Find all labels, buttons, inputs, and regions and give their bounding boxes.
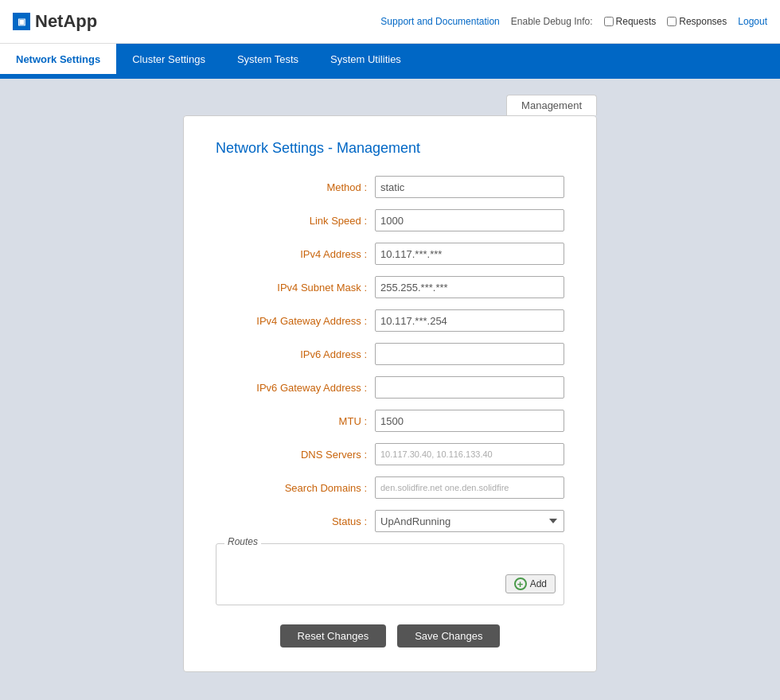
responses-label: Responses [679, 16, 727, 27]
requests-label: Requests [616, 16, 657, 27]
button-row: Reset Changes Save Changes [216, 624, 564, 648]
input-ipv6-gateway[interactable] [375, 376, 564, 399]
tab-system-utilities[interactable]: System Utilities [314, 44, 417, 74]
settings-card: Network Settings - Management Method : L… [183, 115, 597, 672]
field-row-search-domains: Search Domains : [216, 476, 564, 499]
debug-label: Enable Debug Info: [511, 16, 593, 27]
label-mtu: MTU : [216, 415, 375, 427]
input-method[interactable] [375, 176, 564, 198]
responses-checkbox[interactable] [667, 17, 677, 26]
requests-checkbox-label[interactable]: Requests [604, 16, 657, 27]
field-row-ipv4-gateway: IPv4 Gateway Address : [216, 309, 564, 332]
input-mtu[interactable] [375, 410, 564, 432]
input-link-speed[interactable] [375, 209, 564, 231]
input-ipv4-gateway[interactable] [375, 309, 564, 332]
label-ipv6-address: IPv6 Address : [216, 348, 375, 360]
logo-icon: ▣ [13, 13, 30, 30]
input-search-domains[interactable] [375, 476, 564, 499]
label-search-domains: Search Domains : [216, 482, 375, 494]
input-ipv4-subnet[interactable] [375, 276, 564, 298]
label-ipv4-address: IPv4 Address : [216, 248, 375, 260]
label-link-speed: Link Speed : [216, 215, 375, 227]
requests-checkbox[interactable] [604, 17, 614, 26]
save-changes-button[interactable]: Save Changes [397, 624, 500, 648]
add-route-button[interactable]: + Add [505, 574, 556, 593]
reset-changes-button[interactable]: Reset Changes [280, 624, 387, 648]
field-row-ipv4-subnet: IPv4 Subnet Mask : [216, 276, 564, 298]
tab-network-settings[interactable]: Network Settings [0, 44, 116, 74]
support-link[interactable]: Support and Documentation [380, 16, 499, 27]
field-row-method: Method : [216, 176, 564, 198]
tab-system-tests[interactable]: System Tests [221, 44, 314, 74]
input-ipv6-address[interactable] [375, 343, 564, 365]
field-row-ipv6-address: IPv6 Address : [216, 343, 564, 365]
field-row-link-speed: Link Speed : [216, 209, 564, 231]
label-ipv4-subnet: IPv4 Subnet Mask : [216, 282, 375, 294]
page-content: Management Network Settings - Management… [0, 79, 780, 700]
input-ipv4-address[interactable] [375, 243, 564, 265]
select-status[interactable]: UpAndRunning Down NoLink [375, 510, 564, 532]
page-title: Network Settings - Management [216, 140, 564, 157]
routes-legend: Routes [224, 536, 261, 547]
top-links-area: Support and Documentation Enable Debug I… [380, 16, 767, 27]
logo-text: NetApp [35, 11, 97, 32]
tab-label-area: Management [183, 95, 597, 115]
management-tab[interactable]: Management [506, 95, 597, 115]
routes-section: Routes + Add [216, 543, 564, 605]
field-row-ipv4-address: IPv4 Address : [216, 243, 564, 265]
field-row-status: Status : UpAndRunning Down NoLink [216, 510, 564, 532]
add-icon: + [514, 578, 527, 590]
add-label: Add [530, 578, 547, 589]
responses-checkbox-label[interactable]: Responses [667, 16, 727, 27]
nav-bar: Network Settings Cluster Settings System… [0, 44, 780, 74]
tab-cluster-settings[interactable]: Cluster Settings [116, 44, 221, 74]
label-ipv6-gateway: IPv6 Gateway Address : [216, 382, 375, 394]
field-row-ipv6-gateway: IPv6 Gateway Address : [216, 376, 564, 399]
logo: ▣ NetApp [13, 11, 97, 32]
top-bar: ▣ NetApp Support and Documentation Enabl… [0, 0, 780, 44]
field-row-mtu: MTU : [216, 410, 564, 432]
logout-link[interactable]: Logout [738, 16, 767, 27]
label-status: Status : [216, 515, 375, 527]
field-row-dns-servers: DNS Servers : [216, 443, 564, 465]
label-method: Method : [216, 181, 375, 193]
routes-add-row: + Add [224, 574, 556, 593]
input-dns-servers[interactable] [375, 443, 564, 465]
label-ipv4-gateway: IPv4 Gateway Address : [216, 315, 375, 327]
label-dns-servers: DNS Servers : [216, 449, 375, 461]
